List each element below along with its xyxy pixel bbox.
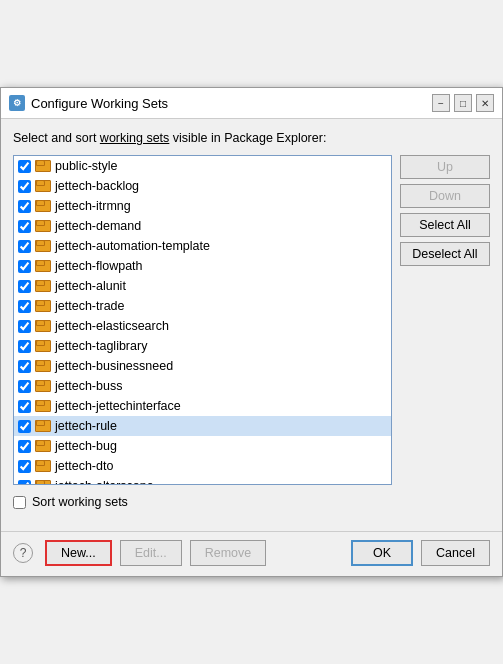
list-item-checkbox[interactable] [18,460,31,473]
list-item-checkbox[interactable] [18,400,31,413]
list-item-checkbox[interactable] [18,200,31,213]
list-item[interactable]: jettech-businessneed [14,356,391,376]
folder-icon [35,218,51,234]
list-item-label: jettech-alunit [55,279,126,293]
list-item[interactable]: jettech-bug [14,436,391,456]
title-bar-left: ⚙ Configure Working Sets [9,95,168,111]
maximize-button[interactable]: □ [454,94,472,112]
ok-button[interactable]: OK [351,540,413,566]
list-item-checkbox[interactable] [18,440,31,453]
list-item-checkbox[interactable] [18,220,31,233]
folder-icon [35,438,51,454]
sort-checkbox[interactable] [13,496,26,509]
list-item-label: jettech-bug [55,439,117,453]
folder-icon [35,478,51,485]
bottom-bar: ? New... Edit... Remove OK Cancel [1,531,502,576]
remove-button[interactable]: Remove [190,540,267,566]
bottom-right-buttons: OK Cancel [351,540,490,566]
minimize-button[interactable]: − [432,94,450,112]
sort-label[interactable]: Sort working sets [32,495,128,509]
dialog-body: Select and sort working sets visible in … [1,119,502,531]
list-item-label: jettech-elasticsearch [55,319,169,333]
close-button[interactable]: ✕ [476,94,494,112]
sort-row: Sort working sets [13,495,490,509]
cancel-button[interactable]: Cancel [421,540,490,566]
dialog-title: Configure Working Sets [31,96,168,111]
list-item-checkbox[interactable] [18,300,31,313]
list-item-label: jettech-automation-template [55,239,210,253]
deselect-all-button[interactable]: Deselect All [400,242,490,266]
list-item-label: jettech-businessneed [55,359,173,373]
list-item-label: jettech-alterscope [55,479,154,485]
list-item[interactable]: jettech-elasticsearch [14,316,391,336]
select-all-button[interactable]: Select All [400,213,490,237]
list-item[interactable]: jettech-itrmng [14,196,391,216]
new-button[interactable]: New... [45,540,112,566]
folder-icon [35,158,51,174]
list-item-checkbox[interactable] [18,340,31,353]
list-item-checkbox[interactable] [18,240,31,253]
list-item[interactable]: jettech-backlog [14,176,391,196]
folder-icon [35,358,51,374]
list-item-checkbox[interactable] [18,360,31,373]
list-item-checkbox[interactable] [18,280,31,293]
list-item[interactable]: jettech-dto [14,456,391,476]
folder-icon [35,258,51,274]
side-buttons-panel: Up Down Select All Deselect All [400,155,490,485]
list-item-label: jettech-rule [55,419,117,433]
list-item[interactable]: jettech-buss [14,376,391,396]
list-item-checkbox[interactable] [18,320,31,333]
list-item[interactable]: jettech-automation-template [14,236,391,256]
folder-icon [35,338,51,354]
list-item-checkbox[interactable] [18,420,31,433]
folder-icon [35,318,51,334]
up-button[interactable]: Up [400,155,490,179]
bottom-left-buttons: New... Edit... Remove [45,540,266,566]
list-item-checkbox[interactable] [18,260,31,273]
list-item-label: jettech-backlog [55,179,139,193]
list-item-checkbox[interactable] [18,480,31,486]
list-item-checkbox[interactable] [18,160,31,173]
folder-icon [35,238,51,254]
dialog-icon: ⚙ [9,95,25,111]
main-area: public-stylejettech-backlogjettech-itrmn… [13,155,490,485]
folder-icon [35,278,51,294]
list-item[interactable]: jettech-taglibrary [14,336,391,356]
folder-icon [35,378,51,394]
list-item[interactable]: jettech-rule [14,416,391,436]
list-item-checkbox[interactable] [18,180,31,193]
list-item[interactable]: jettech-demand [14,216,391,236]
title-bar: ⚙ Configure Working Sets − □ ✕ [1,88,502,119]
list-item[interactable]: jettech-trade [14,296,391,316]
working-sets-list[interactable]: public-stylejettech-backlogjettech-itrmn… [13,155,392,485]
folder-icon [35,398,51,414]
folder-icon [35,458,51,474]
folder-icon [35,178,51,194]
window-controls: − □ ✕ [432,94,494,112]
list-item-checkbox[interactable] [18,380,31,393]
help-button[interactable]: ? [13,543,33,563]
list-item-label: jettech-taglibrary [55,339,147,353]
list-item-label: jettech-jettechinterface [55,399,181,413]
down-button[interactable]: Down [400,184,490,208]
list-item[interactable]: jettech-alunit [14,276,391,296]
list-item[interactable]: jettech-alterscope [14,476,391,485]
folder-icon [35,418,51,434]
list-item-label: jettech-trade [55,299,124,313]
list-item-label: jettech-itrmng [55,199,131,213]
list-item-label: jettech-demand [55,219,141,233]
list-item-label: jettech-dto [55,459,113,473]
list-item-label: public-style [55,159,118,173]
edit-button[interactable]: Edit... [120,540,182,566]
list-item-label: jettech-buss [55,379,122,393]
description-text: Select and sort working sets visible in … [13,131,490,145]
list-item[interactable]: jettech-jettechinterface [14,396,391,416]
list-item[interactable]: public-style [14,156,391,176]
configure-working-sets-dialog: ⚙ Configure Working Sets − □ ✕ Select an… [0,87,503,577]
folder-icon [35,298,51,314]
folder-icon [35,198,51,214]
list-item[interactable]: jettech-flowpath [14,256,391,276]
list-item-label: jettech-flowpath [55,259,143,273]
